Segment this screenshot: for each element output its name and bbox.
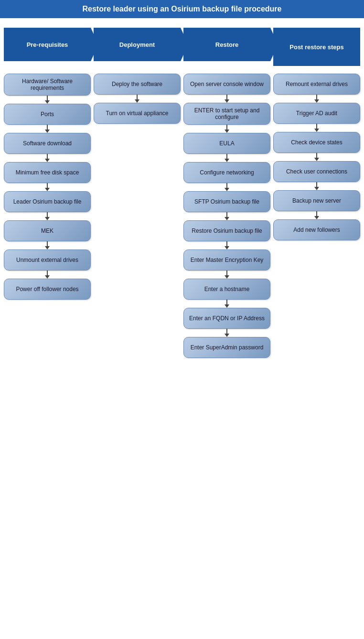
arrow-tip bbox=[225, 246, 229, 249]
column-header-deployment: Deployment bbox=[94, 28, 181, 61]
arrow-tip bbox=[314, 187, 319, 190]
arrow-connector-prerequisites-3 bbox=[45, 183, 50, 191]
arrow-line bbox=[47, 271, 48, 275]
step-prerequisites-5[interactable]: MEK bbox=[4, 220, 91, 241]
step-post-restore-3[interactable]: Check user connections bbox=[273, 161, 360, 182]
step-restore-4[interactable]: SFTP Osirium backup file bbox=[183, 191, 270, 212]
arrow-connector-prerequisites-6 bbox=[45, 271, 50, 279]
step-deployment-0[interactable]: Deploy the software bbox=[94, 74, 181, 95]
arrow-tip bbox=[225, 304, 229, 308]
arrow-tip bbox=[225, 130, 229, 133]
arrow-connector-prerequisites-2 bbox=[45, 154, 50, 162]
arrow-line bbox=[226, 95, 227, 99]
arrow-tip bbox=[225, 188, 229, 191]
arrow-line bbox=[226, 241, 227, 246]
step-post-restore-2[interactable]: Check device states bbox=[273, 132, 360, 153]
arrow-tip bbox=[314, 99, 319, 103]
arrow-line bbox=[47, 96, 48, 100]
column-header-restore: Restore bbox=[183, 28, 270, 61]
header-title: Restore leader using an Osirium backup f… bbox=[82, 5, 281, 13]
arrow-line bbox=[316, 124, 317, 129]
arrow-tip bbox=[45, 188, 50, 191]
arrow-tip bbox=[225, 159, 229, 162]
arrow-connector-restore-4 bbox=[225, 212, 229, 220]
column-headers: Pre-requisitesDeploymentRestorePost rest… bbox=[4, 28, 360, 66]
arrow-connector-restore-8 bbox=[225, 329, 229, 337]
arrow-line bbox=[226, 125, 227, 130]
arrow-line bbox=[316, 153, 317, 158]
step-restore-0[interactable]: Open server console window bbox=[183, 74, 270, 95]
arrow-tip bbox=[45, 130, 50, 133]
arrow-connector-restore-1 bbox=[225, 125, 229, 133]
step-post-restore-1[interactable]: Trigger AD audit bbox=[273, 103, 360, 124]
arrow-tip bbox=[314, 129, 319, 132]
arrow-tip bbox=[225, 334, 229, 337]
step-prerequisites-2[interactable]: Software download bbox=[4, 133, 91, 154]
column-restore: Open server console windowENTER to start… bbox=[183, 74, 270, 358]
arrow-tip bbox=[314, 158, 319, 161]
arrow-tip bbox=[135, 99, 139, 103]
step-prerequisites-3[interactable]: Minimum free disk space bbox=[4, 162, 91, 183]
arrow-connector-deployment-0 bbox=[135, 95, 139, 103]
arrow-tip bbox=[314, 216, 319, 219]
arrow-tip bbox=[45, 159, 50, 162]
arrow-connector-prerequisites-0 bbox=[45, 96, 50, 104]
columns-container: Hardware/ Software requirementsPortsSoft… bbox=[4, 74, 360, 358]
step-post-restore-4[interactable]: Backup new server bbox=[273, 190, 360, 211]
arrow-line bbox=[47, 154, 48, 159]
step-restore-1[interactable]: ENTER to start setup and configure bbox=[183, 103, 270, 125]
arrow-connector-restore-0 bbox=[225, 95, 229, 103]
step-post-restore-5[interactable]: Add new followers bbox=[273, 219, 360, 240]
arrow-connector-post-restore-4 bbox=[314, 211, 319, 219]
arrow-line bbox=[316, 182, 317, 187]
arrow-line bbox=[316, 95, 317, 99]
arrow-line bbox=[47, 212, 48, 217]
arrow-tip bbox=[45, 100, 50, 104]
step-prerequisites-7[interactable]: Power off follower nodes bbox=[4, 279, 91, 300]
step-restore-5[interactable]: Restore Osirium backup file bbox=[183, 220, 270, 241]
column-header-post-restore: Post restore steps bbox=[273, 28, 360, 66]
step-restore-3[interactable]: Configure networking bbox=[183, 162, 270, 183]
step-restore-2[interactable]: EULA bbox=[183, 133, 270, 154]
step-prerequisites-1[interactable]: Ports bbox=[4, 104, 91, 125]
step-restore-6[interactable]: Enter Master Encryption Key bbox=[183, 249, 270, 271]
arrow-connector-post-restore-0 bbox=[314, 95, 319, 103]
column-header-prerequisites: Pre-requisites bbox=[4, 28, 91, 61]
arrow-tip bbox=[45, 217, 50, 220]
arrow-line bbox=[47, 125, 48, 130]
arrow-connector-post-restore-2 bbox=[314, 153, 319, 161]
column-post-restore: Remount external drivesTrigger AD auditC… bbox=[273, 74, 360, 240]
arrow-connector-restore-3 bbox=[225, 183, 229, 191]
arrow-connector-post-restore-3 bbox=[314, 182, 319, 190]
step-prerequisites-6[interactable]: Unmount external drives bbox=[4, 249, 91, 271]
arrow-line bbox=[226, 300, 227, 304]
arrow-tip bbox=[45, 275, 50, 279]
arrow-connector-restore-5 bbox=[225, 241, 229, 249]
column-prerequisites: Hardware/ Software requirementsPortsSoft… bbox=[4, 74, 91, 300]
step-restore-7[interactable]: Enter a hostname bbox=[183, 279, 270, 300]
step-restore-9[interactable]: Enter SuperAdmin password bbox=[183, 337, 270, 358]
arrow-tip bbox=[225, 275, 229, 279]
arrow-line bbox=[226, 271, 227, 275]
arrow-tip bbox=[45, 246, 50, 249]
step-prerequisites-4[interactable]: Leader Osirium backup file bbox=[4, 191, 91, 212]
arrow-connector-restore-7 bbox=[225, 300, 229, 308]
arrow-connector-prerequisites-5 bbox=[45, 241, 50, 249]
step-restore-8[interactable]: Enter an FQDN or IP Address bbox=[183, 308, 270, 329]
arrow-connector-restore-6 bbox=[225, 271, 229, 279]
arrow-tip bbox=[225, 99, 229, 103]
arrow-line bbox=[226, 329, 227, 334]
step-post-restore-0[interactable]: Remount external drives bbox=[273, 74, 360, 95]
step-prerequisites-0[interactable]: Hardware/ Software requirements bbox=[4, 74, 91, 96]
arrow-tip bbox=[225, 217, 229, 220]
arrow-line bbox=[47, 183, 48, 188]
arrow-line bbox=[47, 241, 48, 246]
header: Restore leader using an Osirium backup f… bbox=[0, 0, 364, 18]
arrow-line bbox=[137, 95, 138, 99]
arrow-connector-post-restore-1 bbox=[314, 124, 319, 132]
step-deployment-1[interactable]: Turn on virtual appliance bbox=[94, 103, 181, 124]
arrow-connector-prerequisites-1 bbox=[45, 125, 50, 133]
arrow-line bbox=[226, 183, 227, 188]
arrow-connector-restore-2 bbox=[225, 154, 229, 162]
arrow-line bbox=[316, 211, 317, 216]
